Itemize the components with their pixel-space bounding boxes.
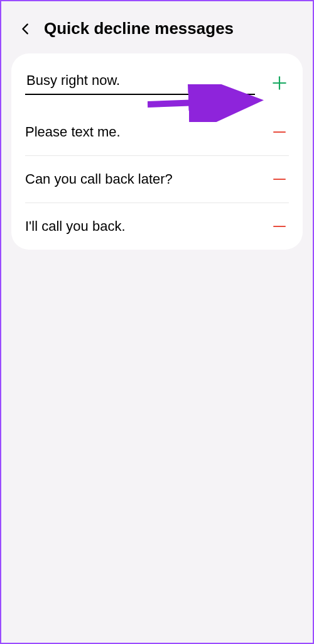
message-text: Can you call back later? <box>25 171 173 187</box>
remove-button[interactable] <box>270 217 289 236</box>
chevron-left-icon <box>19 20 33 38</box>
minus-icon <box>272 172 287 187</box>
messages-card: Please text me. Can you call back later?… <box>11 53 303 250</box>
remove-button[interactable] <box>270 123 289 142</box>
list-item[interactable]: I'll call you back. <box>25 203 289 250</box>
new-message-input[interactable] <box>25 71 255 95</box>
back-button[interactable] <box>19 20 33 38</box>
minus-icon <box>272 219 287 234</box>
messages-list: Please text me. Can you call back later?… <box>25 109 289 250</box>
message-text: I'll call you back. <box>25 218 126 235</box>
plus-icon <box>271 75 288 91</box>
page-title: Quick decline messages <box>44 19 234 38</box>
minus-icon <box>272 125 287 140</box>
remove-button[interactable] <box>270 170 289 189</box>
list-item[interactable]: Can you call back later? <box>25 155 289 203</box>
new-message-row <box>25 62 289 97</box>
message-text: Please text me. <box>25 124 121 140</box>
add-button[interactable] <box>270 74 289 92</box>
header: Quick decline messages <box>1 1 313 53</box>
list-item[interactable]: Please text me. <box>25 109 289 155</box>
